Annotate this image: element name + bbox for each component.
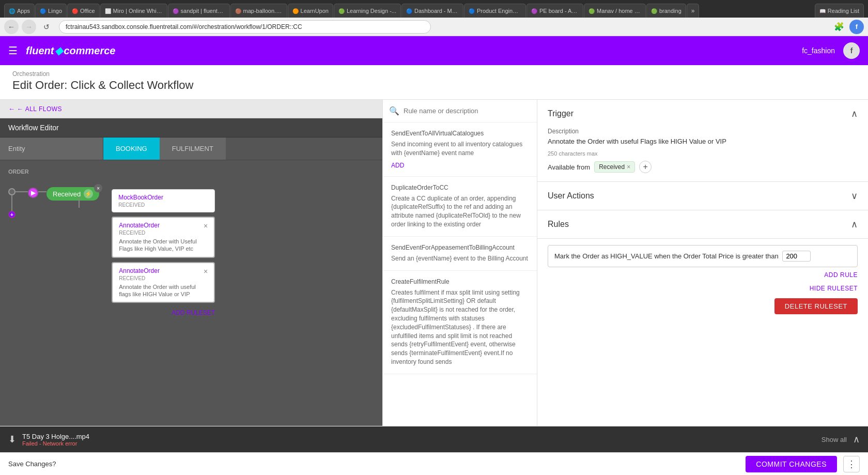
- rule-item-add-button[interactable]: ADD: [391, 162, 529, 169]
- annotateorder-card-1[interactable]: AnnotateOrder RECEIVED Annotate the Orde…: [112, 217, 215, 258]
- trigger-section-header[interactable]: Trigger ∧: [537, 100, 868, 128]
- tab-dashboard[interactable]: 🔵 Dashboard - My C...: [401, 4, 463, 18]
- hamburger-menu[interactable]: ☰: [8, 44, 18, 57]
- entity-text: Entity: [8, 145, 25, 152]
- tab-reading[interactable]: 📖 Reading List: [815, 4, 864, 18]
- add-tag-button[interactable]: +: [639, 161, 652, 173]
- received-node[interactable]: Received ⚡ ×: [47, 187, 99, 201]
- user-actions-header[interactable]: User Actions ∨: [537, 182, 868, 210]
- back-link[interactable]: ← ← ALL FLOWS: [0, 100, 382, 118]
- app-logo: fluent ◆ commerce: [26, 44, 116, 57]
- search-input[interactable]: [404, 107, 531, 115]
- commit-changes-button[interactable]: COMMIT CHANGES: [746, 456, 837, 472]
- tab-booking[interactable]: BOOKING: [103, 137, 160, 160]
- available-from-label: Available from: [548, 163, 590, 171]
- profile-button[interactable]: f: [849, 20, 864, 34]
- trigger-chevron-up-icon: ∧: [851, 108, 858, 119]
- download-close-button[interactable]: ∧: [853, 434, 860, 445]
- breadcrumb: Orchestration: [12, 70, 856, 78]
- nodes-column: MockBookOrder RECEIVED AnnotateOrder REC…: [112, 181, 215, 318]
- remove-tag-icon[interactable]: ×: [627, 163, 630, 171]
- start-connector: +: [8, 188, 16, 218]
- mockbookorder-title: MockBookOrder: [118, 194, 208, 201]
- header-avatar[interactable]: f: [843, 42, 860, 59]
- tab-productengg[interactable]: 🔵 Product Engineeri...: [464, 4, 526, 18]
- hide-ruleset-row: HIDE RULESET: [548, 283, 858, 294]
- config-panel: Trigger ∧ Description Annotate the Order…: [537, 100, 868, 426]
- tab-sandpit[interactable]: 🟣 sandpit | fluentco...: [168, 4, 230, 18]
- workflow-flow: + ▶: [8, 181, 374, 318]
- rule-item-sendEventForAppeasement[interactable]: SendEventForAppeasementToBillingAccount …: [383, 237, 537, 271]
- tab-lingo[interactable]: 🔵 Lingo: [35, 4, 67, 18]
- workflow-canvas: ORDER +: [0, 160, 382, 426]
- tab-fulfilment-label: FULFILMENT: [172, 145, 213, 152]
- back-button[interactable]: ←: [4, 20, 19, 34]
- rule-item-sendEventToAll[interactable]: SendEventToAllVirtualCatalogues Send inc…: [383, 122, 537, 177]
- rules-section-header[interactable]: Rules ∧: [537, 210, 868, 239]
- tab-more[interactable]: »: [687, 4, 700, 18]
- trigger-section-title: Trigger: [548, 109, 574, 118]
- tab-branding[interactable]: 🟢 branding: [646, 4, 686, 18]
- tab-favicon: 🔵: [40, 8, 46, 14]
- annotateorder2-desc: Annotate the Order with useful flags lik…: [119, 283, 202, 298]
- rule-item-desc: Creates fulfilment if max split limit us…: [391, 288, 529, 366]
- mockbookorder-card[interactable]: MockBookOrder RECEIVED: [112, 189, 215, 212]
- tab-manav[interactable]: 🟢 Manav / home — B...: [584, 4, 646, 18]
- close-card-icon[interactable]: ×: [204, 222, 208, 230]
- delete-ruleset-button[interactable]: DELETE RULESET: [774, 298, 858, 314]
- show-all-button[interactable]: Show all: [822, 436, 847, 443]
- tab-learningdesign[interactable]: 🟢 Learning Design -...: [334, 4, 401, 18]
- tab-office[interactable]: 🔴 Office: [67, 4, 100, 18]
- rule-value-input[interactable]: [782, 251, 811, 262]
- tab-label: map-balloon.jpg: [243, 8, 283, 14]
- rule-text: Mark the Order as HIGH_VALUE when the Or…: [554, 251, 851, 262]
- delete-ruleset-row: DELETE RULESET: [548, 296, 858, 316]
- user-actions-section: User Actions ∨: [537, 182, 868, 210]
- tab-map[interactable]: 🟤 map-balloon.jpg: [230, 4, 287, 18]
- rule-item-createFulfilmentRule[interactable]: CreateFulfilmentRule Creates fulfilment …: [383, 271, 537, 374]
- add-rule-button[interactable]: ADD RULE: [824, 271, 858, 279]
- tab-favicon: 🟣: [173, 8, 179, 14]
- tab-apps[interactable]: 🌐 Apps: [4, 4, 35, 18]
- annotateorder1-title: AnnotateOrder: [119, 222, 202, 229]
- tab-favicon: 🔵: [469, 8, 475, 14]
- tab-favicon: 📖: [819, 8, 826, 14]
- reload-button[interactable]: ↺: [39, 20, 54, 34]
- tab-label: Learning Design -...: [347, 8, 396, 14]
- download-filename: T5 Day 3 Holge....mp4: [22, 433, 815, 440]
- tab-learnupon[interactable]: 🟠 LearnUpon: [288, 4, 333, 18]
- tab-label: Dashboard - My C...: [414, 8, 459, 14]
- received-icon: ⚡: [84, 189, 93, 198]
- url-text: fctrainau543.sandbox.console.fluentretai…: [66, 23, 302, 30]
- tab-label: sandpit | fluentco...: [181, 8, 225, 14]
- more-options-button[interactable]: ⋮: [843, 456, 860, 472]
- description-value: Annotate the Order with useful Flags lik…: [548, 137, 858, 146]
- forward-button[interactable]: →: [22, 20, 36, 34]
- close-icon[interactable]: ×: [94, 184, 102, 192]
- tab-peboard[interactable]: 🟣 PE board - Agile b...: [526, 4, 583, 18]
- add-ruleset-button[interactable]: ADD RULESET: [112, 307, 215, 318]
- trigger-section-body: Description Annotate the Order with usef…: [537, 128, 868, 181]
- logo-accent: ◆: [55, 44, 63, 57]
- tab-favicon: 🔵: [406, 8, 412, 14]
- user-actions-chevron-down-icon: ∨: [851, 190, 858, 202]
- tab-miro[interactable]: ⬜ Miro | Online Whit...: [100, 4, 167, 18]
- tab-favicon: 🟢: [338, 8, 345, 14]
- annotateorder1-desc: Annotate the Order with Useful Flags lik…: [119, 238, 202, 253]
- hide-ruleset-button[interactable]: HIDE RULESET: [810, 285, 858, 292]
- tab-favicon: 🟢: [588, 8, 595, 14]
- url-bar[interactable]: fctrainau543.sandbox.console.fluentretai…: [59, 20, 431, 34]
- user-actions-title: User Actions: [548, 191, 594, 201]
- workflow-editor-header: Workflow Editor: [0, 118, 382, 137]
- received-tag-label: Received: [599, 163, 625, 171]
- close-card2-icon[interactable]: ×: [204, 267, 208, 275]
- add-rule-row: ADD RULE: [548, 267, 858, 283]
- back-arrow-icon: ←: [8, 105, 15, 113]
- received-tag: Received ×: [594, 161, 635, 173]
- tab-fulfilment[interactable]: FULFILMENT: [160, 137, 226, 160]
- annotateorder-card-2[interactable]: AnnotateOrder RECEIVED Annotate the Orde…: [112, 262, 215, 303]
- rule-item-duplicateOrderToCC[interactable]: DuplicateOrderToCC Create a CC duplicate…: [383, 177, 537, 237]
- extensions-button[interactable]: 🧩: [832, 20, 846, 34]
- annotateorder2-subtitle: RECEIVED: [119, 275, 202, 281]
- rule-item-name: CreateFulfilmentRule: [391, 278, 529, 285]
